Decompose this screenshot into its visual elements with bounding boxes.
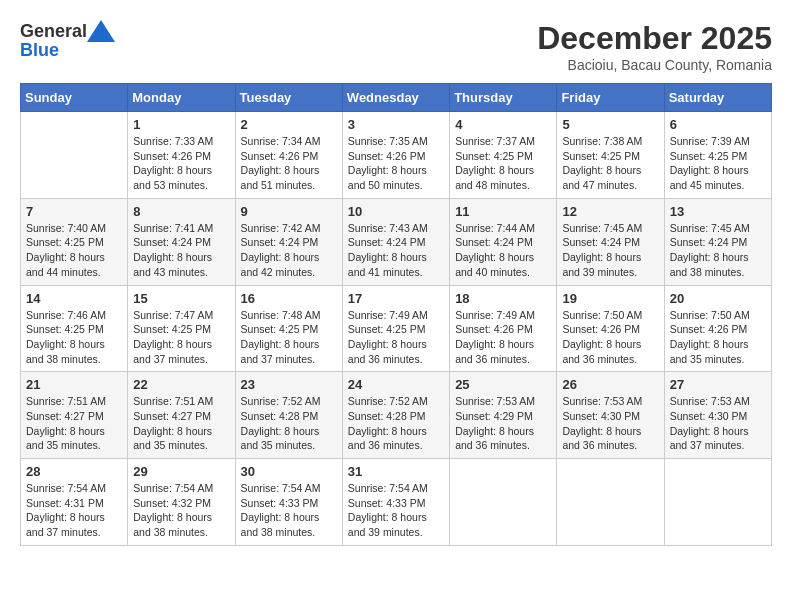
day-info: Sunrise: 7:35 AM Sunset: 4:26 PM Dayligh… <box>348 134 444 193</box>
day-info: Sunrise: 7:42 AM Sunset: 4:24 PM Dayligh… <box>241 221 337 280</box>
day-number: 2 <box>241 117 337 132</box>
day-number: 14 <box>26 291 122 306</box>
day-info: Sunrise: 7:46 AM Sunset: 4:25 PM Dayligh… <box>26 308 122 367</box>
calendar-header-sunday: Sunday <box>21 84 128 112</box>
day-number: 6 <box>670 117 766 132</box>
day-number: 25 <box>455 377 551 392</box>
logo-arrow-icon <box>87 20 115 42</box>
calendar-cell: 1Sunrise: 7:33 AM Sunset: 4:26 PM Daylig… <box>128 112 235 199</box>
day-number: 8 <box>133 204 229 219</box>
day-number: 5 <box>562 117 658 132</box>
calendar-week-row: 1Sunrise: 7:33 AM Sunset: 4:26 PM Daylig… <box>21 112 772 199</box>
calendar-cell: 27Sunrise: 7:53 AM Sunset: 4:30 PM Dayli… <box>664 372 771 459</box>
calendar-week-row: 21Sunrise: 7:51 AM Sunset: 4:27 PM Dayli… <box>21 372 772 459</box>
day-number: 10 <box>348 204 444 219</box>
day-number: 19 <box>562 291 658 306</box>
calendar-cell: 16Sunrise: 7:48 AM Sunset: 4:25 PM Dayli… <box>235 285 342 372</box>
calendar-cell: 5Sunrise: 7:38 AM Sunset: 4:25 PM Daylig… <box>557 112 664 199</box>
calendar-cell: 13Sunrise: 7:45 AM Sunset: 4:24 PM Dayli… <box>664 198 771 285</box>
calendar-cell: 19Sunrise: 7:50 AM Sunset: 4:26 PM Dayli… <box>557 285 664 372</box>
day-info: Sunrise: 7:50 AM Sunset: 4:26 PM Dayligh… <box>562 308 658 367</box>
logo-blue-text: Blue <box>20 40 59 61</box>
day-number: 26 <box>562 377 658 392</box>
day-number: 13 <box>670 204 766 219</box>
day-number: 30 <box>241 464 337 479</box>
day-info: Sunrise: 7:51 AM Sunset: 4:27 PM Dayligh… <box>133 394 229 453</box>
calendar-cell: 17Sunrise: 7:49 AM Sunset: 4:25 PM Dayli… <box>342 285 449 372</box>
day-number: 12 <box>562 204 658 219</box>
day-info: Sunrise: 7:40 AM Sunset: 4:25 PM Dayligh… <box>26 221 122 280</box>
day-number: 23 <box>241 377 337 392</box>
day-number: 11 <box>455 204 551 219</box>
day-info: Sunrise: 7:39 AM Sunset: 4:25 PM Dayligh… <box>670 134 766 193</box>
calendar-cell: 3Sunrise: 7:35 AM Sunset: 4:26 PM Daylig… <box>342 112 449 199</box>
calendar-header-wednesday: Wednesday <box>342 84 449 112</box>
calendar-cell: 24Sunrise: 7:52 AM Sunset: 4:28 PM Dayli… <box>342 372 449 459</box>
day-number: 17 <box>348 291 444 306</box>
calendar-cell: 25Sunrise: 7:53 AM Sunset: 4:29 PM Dayli… <box>450 372 557 459</box>
day-number: 29 <box>133 464 229 479</box>
calendar-cell: 29Sunrise: 7:54 AM Sunset: 4:32 PM Dayli… <box>128 459 235 546</box>
month-title: December 2025 <box>537 20 772 57</box>
day-info: Sunrise: 7:44 AM Sunset: 4:24 PM Dayligh… <box>455 221 551 280</box>
day-info: Sunrise: 7:38 AM Sunset: 4:25 PM Dayligh… <box>562 134 658 193</box>
day-info: Sunrise: 7:52 AM Sunset: 4:28 PM Dayligh… <box>241 394 337 453</box>
calendar-header-friday: Friday <box>557 84 664 112</box>
calendar-cell <box>557 459 664 546</box>
day-info: Sunrise: 7:41 AM Sunset: 4:24 PM Dayligh… <box>133 221 229 280</box>
calendar-cell: 7Sunrise: 7:40 AM Sunset: 4:25 PM Daylig… <box>21 198 128 285</box>
day-info: Sunrise: 7:47 AM Sunset: 4:25 PM Dayligh… <box>133 308 229 367</box>
calendar-cell: 11Sunrise: 7:44 AM Sunset: 4:24 PM Dayli… <box>450 198 557 285</box>
calendar-cell: 10Sunrise: 7:43 AM Sunset: 4:24 PM Dayli… <box>342 198 449 285</box>
day-info: Sunrise: 7:49 AM Sunset: 4:26 PM Dayligh… <box>455 308 551 367</box>
day-number: 20 <box>670 291 766 306</box>
calendar-cell: 15Sunrise: 7:47 AM Sunset: 4:25 PM Dayli… <box>128 285 235 372</box>
calendar-cell: 28Sunrise: 7:54 AM Sunset: 4:31 PM Dayli… <box>21 459 128 546</box>
calendar-week-row: 7Sunrise: 7:40 AM Sunset: 4:25 PM Daylig… <box>21 198 772 285</box>
day-info: Sunrise: 7:37 AM Sunset: 4:25 PM Dayligh… <box>455 134 551 193</box>
day-number: 18 <box>455 291 551 306</box>
day-info: Sunrise: 7:50 AM Sunset: 4:26 PM Dayligh… <box>670 308 766 367</box>
day-info: Sunrise: 7:34 AM Sunset: 4:26 PM Dayligh… <box>241 134 337 193</box>
day-info: Sunrise: 7:51 AM Sunset: 4:27 PM Dayligh… <box>26 394 122 453</box>
calendar-cell: 4Sunrise: 7:37 AM Sunset: 4:25 PM Daylig… <box>450 112 557 199</box>
day-info: Sunrise: 7:33 AM Sunset: 4:26 PM Dayligh… <box>133 134 229 193</box>
calendar-cell <box>21 112 128 199</box>
day-number: 9 <box>241 204 337 219</box>
day-info: Sunrise: 7:54 AM Sunset: 4:31 PM Dayligh… <box>26 481 122 540</box>
calendar-cell: 12Sunrise: 7:45 AM Sunset: 4:24 PM Dayli… <box>557 198 664 285</box>
calendar-cell: 30Sunrise: 7:54 AM Sunset: 4:33 PM Dayli… <box>235 459 342 546</box>
day-number: 7 <box>26 204 122 219</box>
calendar-cell: 21Sunrise: 7:51 AM Sunset: 4:27 PM Dayli… <box>21 372 128 459</box>
day-info: Sunrise: 7:43 AM Sunset: 4:24 PM Dayligh… <box>348 221 444 280</box>
calendar-cell: 9Sunrise: 7:42 AM Sunset: 4:24 PM Daylig… <box>235 198 342 285</box>
calendar-header-row: SundayMondayTuesdayWednesdayThursdayFrid… <box>21 84 772 112</box>
calendar-cell: 8Sunrise: 7:41 AM Sunset: 4:24 PM Daylig… <box>128 198 235 285</box>
day-info: Sunrise: 7:53 AM Sunset: 4:30 PM Dayligh… <box>562 394 658 453</box>
day-info: Sunrise: 7:54 AM Sunset: 4:32 PM Dayligh… <box>133 481 229 540</box>
calendar-header-thursday: Thursday <box>450 84 557 112</box>
day-number: 4 <box>455 117 551 132</box>
calendar-cell <box>664 459 771 546</box>
day-number: 24 <box>348 377 444 392</box>
calendar-week-row: 14Sunrise: 7:46 AM Sunset: 4:25 PM Dayli… <box>21 285 772 372</box>
location-text: Bacioiu, Bacau County, Romania <box>537 57 772 73</box>
day-info: Sunrise: 7:53 AM Sunset: 4:30 PM Dayligh… <box>670 394 766 453</box>
day-number: 22 <box>133 377 229 392</box>
logo: General Blue <box>20 20 115 61</box>
day-info: Sunrise: 7:53 AM Sunset: 4:29 PM Dayligh… <box>455 394 551 453</box>
day-info: Sunrise: 7:48 AM Sunset: 4:25 PM Dayligh… <box>241 308 337 367</box>
day-info: Sunrise: 7:54 AM Sunset: 4:33 PM Dayligh… <box>241 481 337 540</box>
calendar-cell: 20Sunrise: 7:50 AM Sunset: 4:26 PM Dayli… <box>664 285 771 372</box>
calendar-header-saturday: Saturday <box>664 84 771 112</box>
svg-marker-0 <box>87 20 115 42</box>
page-header: General Blue December 2025 Bacioiu, Baca… <box>20 20 772 73</box>
day-number: 31 <box>348 464 444 479</box>
title-section: December 2025 Bacioiu, Bacau County, Rom… <box>537 20 772 73</box>
calendar-week-row: 28Sunrise: 7:54 AM Sunset: 4:31 PM Dayli… <box>21 459 772 546</box>
calendar-cell <box>450 459 557 546</box>
calendar-cell: 2Sunrise: 7:34 AM Sunset: 4:26 PM Daylig… <box>235 112 342 199</box>
calendar-cell: 14Sunrise: 7:46 AM Sunset: 4:25 PM Dayli… <box>21 285 128 372</box>
day-number: 21 <box>26 377 122 392</box>
day-info: Sunrise: 7:54 AM Sunset: 4:33 PM Dayligh… <box>348 481 444 540</box>
